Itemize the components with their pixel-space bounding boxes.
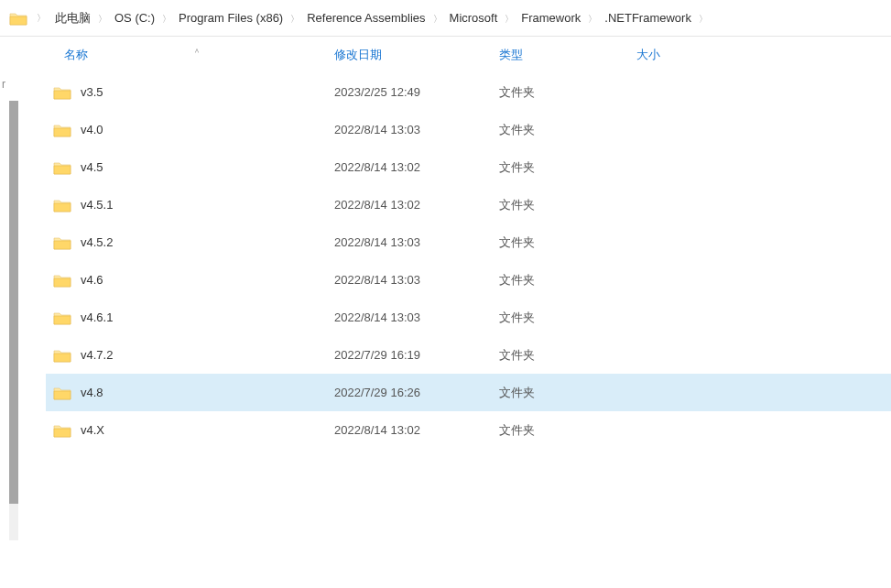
cell-name: v4.7.2 [46,348,334,363]
table-row[interactable]: v4.5.12022/8/14 13:02文件夹 [46,186,891,223]
breadcrumb-item[interactable]: Framework [517,9,584,27]
chevron-right-icon[interactable]: 〉 [695,14,712,24]
cell-type: 文件夹 [499,159,636,176]
cell-date: 2022/8/14 13:03 [334,273,499,287]
folder-icon [53,160,71,175]
cell-type: 文件夹 [499,347,636,364]
column-headers: ＾ 名称 修改日期 类型 大小 [46,37,891,73]
nav-pane-edge: r [0,37,18,588]
cell-type: 文件夹 [499,122,636,138]
file-name: v4.5 [81,160,103,174]
folder-icon [53,310,71,325]
file-name: v4.5.1 [81,198,113,212]
table-row[interactable]: v3.52023/2/25 12:49文件夹 [46,73,891,111]
cell-name: v3.5 [46,85,334,100]
file-name: v4.8 [81,386,103,399]
column-header-date[interactable]: 修改日期 [334,47,499,63]
cell-name: v4.5 [46,160,334,175]
breadcrumb-item[interactable]: Program Files (x86) [175,9,287,27]
cell-date: 2022/8/14 13:03 [334,310,499,324]
cell-date: 2022/7/29 16:26 [334,386,499,399]
cell-name: v4.5.1 [46,198,334,212]
cell-name: v4.5.2 [46,235,334,250]
chevron-right-icon[interactable]: 〉 [94,14,111,24]
table-row[interactable]: v4.82022/7/29 16:26文件夹 [46,374,891,411]
table-row[interactable]: v4.02022/8/14 13:03文件夹 [46,111,891,148]
cell-date: 2023/2/25 12:49 [334,85,499,99]
chevron-right-icon[interactable]: 〉 [158,14,175,24]
cell-name: v4.6 [46,273,334,288]
cell-type: 文件夹 [499,197,636,213]
chevron-right-icon[interactable]: 〉 [501,14,517,24]
file-name: v4.0 [81,123,103,136]
table-row[interactable]: v4.62022/8/14 13:03文件夹 [46,261,891,299]
truncated-text: r [2,78,5,91]
cell-type: 文件夹 [499,272,636,289]
breadcrumb-item[interactable]: Microsoft [446,9,502,27]
file-name: v4.6.1 [81,310,113,324]
table-row[interactable]: v4.52022/8/14 13:02文件夹 [46,148,891,186]
column-header-type[interactable]: 类型 [499,47,636,63]
cell-name: v4.6.1 [46,310,334,325]
breadcrumb-bar: 〉 此电脑〉OS (C:)〉Program Files (x86)〉Refere… [0,0,891,37]
breadcrumb-item[interactable]: .NETFramework [601,9,695,27]
cell-date: 2022/8/14 13:02 [334,160,499,174]
breadcrumb-item[interactable]: OS (C:) [111,9,158,27]
cell-type: 文件夹 [499,310,636,326]
chevron-right-icon[interactable]: 〉 [33,12,49,25]
folder-icon [53,386,71,400]
breadcrumb-item[interactable]: Reference Assemblies [303,9,429,27]
cell-date: 2022/8/14 13:02 [334,423,499,437]
cell-date: 2022/8/14 13:02 [334,198,499,212]
cell-type: 文件夹 [499,385,636,401]
file-list: ＾ 名称 修改日期 类型 大小 v3.52023/2/25 12:49文件夹v4… [18,37,891,588]
cell-type: 文件夹 [499,234,636,251]
file-name: v4.5.2 [81,235,113,249]
cell-date: 2022/7/29 16:19 [334,348,499,362]
file-name: v4.X [81,423,104,437]
sort-indicator-icon: ＾ [192,46,201,59]
cell-date: 2022/8/14 13:03 [334,235,499,249]
folder-icon [53,235,71,250]
chevron-right-icon[interactable]: 〉 [429,14,446,24]
folder-icon [9,11,27,26]
table-row[interactable]: v4.6.12022/8/14 13:03文件夹 [46,299,891,336]
file-name: v3.5 [81,85,103,99]
file-name: v4.7.2 [81,348,113,362]
table-row[interactable]: v4.X2022/8/14 13:02文件夹 [46,411,891,449]
folder-icon [53,123,71,137]
folder-icon [53,273,71,288]
file-name: v4.6 [81,273,103,287]
folder-icon [53,85,71,100]
folder-icon [53,198,71,212]
chevron-right-icon[interactable]: 〉 [287,14,303,24]
breadcrumb-item[interactable]: 此电脑 [51,9,94,27]
folder-icon [53,423,71,438]
nav-scrollbar-thumb[interactable] [9,101,18,504]
cell-type: 文件夹 [499,84,636,101]
folder-icon [53,348,71,363]
cell-name: v4.X [46,423,334,438]
cell-date: 2022/8/14 13:03 [334,123,499,136]
column-header-size[interactable]: 大小 [636,47,728,63]
cell-name: v4.0 [46,123,334,137]
column-header-name[interactable]: 名称 [46,47,334,63]
table-row[interactable]: v4.5.22022/8/14 13:03文件夹 [46,223,891,261]
table-row[interactable]: v4.7.22022/7/29 16:19文件夹 [46,336,891,374]
cell-name: v4.8 [46,386,334,400]
chevron-right-icon[interactable]: 〉 [584,14,601,24]
cell-type: 文件夹 [499,422,636,439]
